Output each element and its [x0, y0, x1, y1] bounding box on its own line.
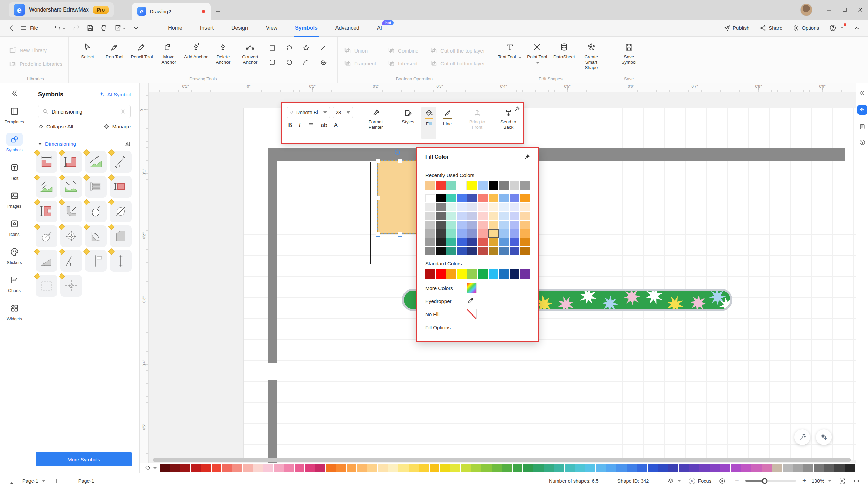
theme-color-swatch[interactable]	[457, 194, 467, 202]
strip-color-swatch[interactable]	[606, 464, 616, 472]
help-panel-button[interactable]	[859, 139, 866, 146]
sidebar-item-images[interactable]: Images	[0, 185, 29, 213]
collapse-ribbon-button[interactable]	[854, 25, 860, 31]
line-button[interactable]: Line	[440, 107, 455, 139]
no-fill-swatch[interactable]	[467, 309, 477, 319]
recent-color-swatch[interactable]	[489, 181, 498, 190]
theme-color-swatch[interactable]	[436, 221, 446, 229]
strip-color-swatch[interactable]	[315, 464, 326, 472]
strip-color-swatch[interactable]	[596, 464, 606, 472]
theme-color-swatch[interactable]	[499, 194, 509, 202]
document-tab[interactable]: e Drawing2	[132, 3, 211, 20]
zoom-out-button[interactable]: −	[733, 477, 741, 485]
strip-color-swatch[interactable]	[170, 464, 180, 472]
theme-color-swatch[interactable]	[520, 194, 530, 202]
strip-color-swatch[interactable]	[253, 464, 263, 472]
symbol-tile-grey-curve[interactable]	[60, 201, 82, 222]
strip-color-swatch[interactable]	[450, 464, 460, 472]
strip-color-swatch[interactable]	[357, 464, 367, 472]
theme-color-swatch[interactable]	[520, 247, 530, 255]
strip-color-swatch[interactable]	[855, 464, 866, 472]
ribbon-item-move-anchor[interactable]: Move Anchor	[156, 41, 181, 65]
recent-color-swatch[interactable]	[510, 181, 519, 190]
ribbon-item-delete-anchor[interactable]: Delete Anchor	[211, 41, 236, 65]
strip-color-swatch[interactable]	[616, 464, 627, 472]
export-button[interactable]	[114, 24, 126, 32]
menu-tab-insert[interactable]: Insert	[200, 20, 214, 37]
share-button[interactable]: Share	[760, 25, 782, 32]
selection-handle[interactable]	[376, 196, 380, 200]
theme-color-swatch[interactable]	[478, 238, 488, 246]
format-painter-button[interactable]: Format Painter	[361, 107, 390, 139]
strip-color-swatch[interactable]	[274, 464, 284, 472]
shape-circle-button[interactable]	[285, 58, 297, 68]
maximize-button[interactable]	[837, 0, 852, 20]
strip-color-swatch[interactable]	[793, 464, 803, 472]
theme-color-swatch[interactable]	[510, 247, 519, 255]
symbol-tile-red-block[interactable]	[110, 176, 132, 198]
strip-color-swatch[interactable]	[212, 464, 222, 472]
back-button[interactable]	[8, 25, 15, 32]
strip-color-swatch[interactable]	[440, 464, 450, 472]
strip-color-swatch[interactable]	[637, 464, 647, 472]
more-symbols-button[interactable]: More Symbols	[36, 452, 132, 466]
strip-color-swatch[interactable]	[305, 464, 315, 472]
page-tab[interactable]: Page-1	[78, 478, 94, 484]
strip-color-swatch[interactable]	[720, 464, 730, 472]
selection-handle[interactable]	[376, 159, 380, 163]
sidebar-item-text[interactable]: Text	[0, 157, 29, 185]
minimize-button[interactable]	[821, 0, 837, 20]
menu-tab-advanced[interactable]: Advanced	[335, 20, 359, 37]
theme-color-swatch[interactable]	[489, 221, 498, 229]
symbol-tile-red-L-v[interactable]	[60, 151, 82, 173]
zoom-in-button[interactable]: +	[800, 477, 808, 485]
strip-color-swatch[interactable]	[627, 464, 637, 472]
ribbon-item-combine[interactable]: Combine	[388, 47, 418, 54]
publish-button[interactable]: Publish	[724, 25, 749, 32]
focus-button[interactable]: DFocus	[689, 477, 711, 484]
recent-color-swatch[interactable]	[457, 181, 467, 190]
ribbon-item-fragment[interactable]: Fragment	[344, 60, 376, 67]
manage-button[interactable]: Manage	[104, 124, 131, 129]
recent-color-swatch[interactable]	[478, 181, 488, 190]
strip-color-swatch[interactable]	[824, 464, 834, 472]
recent-color-swatch[interactable]	[446, 181, 456, 190]
strip-color-swatch[interactable]	[492, 464, 502, 472]
theme-color-swatch[interactable]	[436, 194, 446, 202]
smart-pen-button[interactable]	[794, 429, 810, 445]
strip-color-swatch[interactable]	[585, 464, 595, 472]
standard-color-swatch[interactable]	[510, 269, 519, 279]
strip-color-swatch[interactable]	[180, 464, 191, 472]
theme-color-swatch[interactable]	[446, 229, 456, 238]
symbol-tile-white-diag[interactable]	[110, 151, 132, 173]
theme-color-swatch[interactable]	[436, 247, 446, 255]
symbol-tile-center-cross[interactable]	[60, 275, 82, 297]
strip-color-swatch[interactable]	[481, 464, 492, 472]
collapse-panel-icon[interactable]	[859, 89, 866, 96]
recent-color-swatch[interactable]	[499, 181, 509, 190]
fill-options-link[interactable]: Fill Options...	[425, 325, 530, 330]
standard-color-swatch[interactable]	[457, 269, 467, 279]
recent-color-swatch[interactable]	[467, 181, 477, 190]
close-button[interactable]	[852, 0, 868, 20]
menu-tab-design[interactable]: Design	[231, 20, 248, 37]
shape-star-button[interactable]	[302, 44, 314, 54]
strip-color-swatch[interactable]	[502, 464, 512, 472]
theme-color-swatch[interactable]	[499, 247, 509, 255]
strip-color-swatch[interactable]	[565, 464, 575, 472]
theme-color-swatch[interactable]	[489, 238, 498, 246]
align-button[interactable]	[308, 122, 314, 129]
theme-color-swatch[interactable]	[457, 221, 467, 229]
theme-color-swatch[interactable]	[520, 221, 530, 229]
symbol-tile-grey-ramp[interactable]	[36, 250, 57, 272]
strip-color-swatch[interactable]	[461, 464, 471, 472]
font-color-button[interactable]: A	[334, 122, 338, 129]
sidebar-item-stickers[interactable]: Stickers	[0, 241, 29, 269]
ribbon-item-cut-off-bottom-layer[interactable]: Cut off bottom layer	[430, 60, 485, 67]
theme-color-swatch[interactable]	[510, 194, 519, 202]
ribbon-item-select[interactable]: Select	[75, 41, 100, 65]
strip-color-swatch[interactable]	[699, 464, 710, 472]
more-colors-swatch[interactable]	[467, 283, 477, 293]
styles-button[interactable]: Styles	[398, 107, 418, 139]
theme-color-swatch[interactable]	[489, 247, 498, 255]
